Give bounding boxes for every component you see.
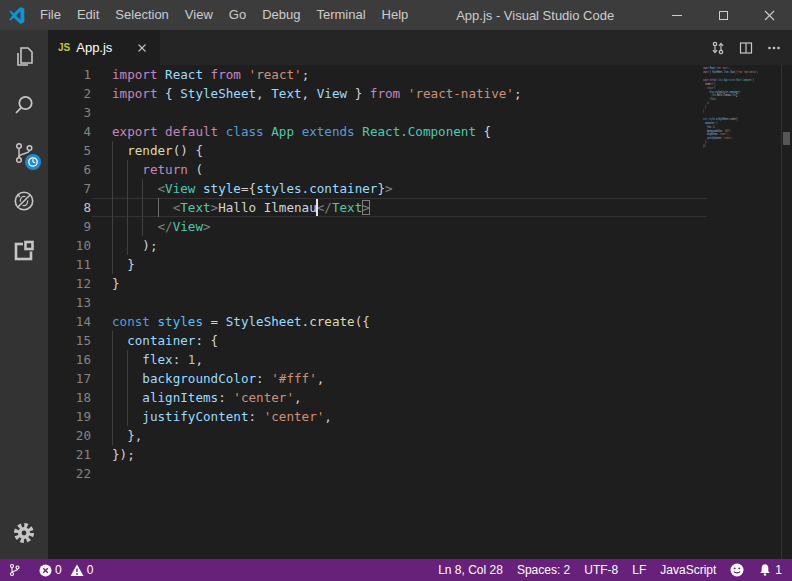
maximize-button[interactable] [700, 0, 746, 30]
code-line-15[interactable]: 15 container: { [48, 331, 792, 350]
line-number: 18 [48, 388, 91, 407]
tab-close-button[interactable] [138, 44, 146, 52]
window-title: App.js - Visual Studio Code [416, 8, 654, 23]
code-line-16[interactable]: 16 flex: 1, [48, 350, 792, 369]
line-number: 1 [48, 65, 91, 84]
line-number: 16 [48, 350, 91, 369]
menu-terminal[interactable]: Terminal [308, 0, 373, 30]
settings-button[interactable] [0, 509, 48, 557]
minimap[interactable]: import React from 'react';import { Style… [703, 66, 781, 152]
code-line-9[interactable]: 9 </View> [48, 217, 792, 236]
tab-close-icon [138, 44, 146, 52]
tab-label: App.js [76, 40, 112, 55]
menu-file[interactable]: File [32, 0, 69, 30]
split-editor-icon [738, 40, 754, 56]
line-number: 14 [48, 312, 91, 331]
line-number: 22 [48, 464, 91, 483]
activity-bar [0, 30, 48, 559]
more-actions-button[interactable] [764, 38, 784, 58]
code-line-21[interactable]: 21}); [48, 445, 792, 464]
status-bar: 0 0 Ln 8, Col 28Spaces: 2UTF-8LFJavaScri… [0, 559, 792, 581]
sidebar-item-debug[interactable] [0, 177, 48, 225]
line-number: 13 [48, 293, 91, 312]
code-line-12[interactable]: 12} [48, 274, 792, 293]
menu-selection[interactable]: Selection [107, 0, 176, 30]
sidebar-item-search[interactable] [0, 81, 48, 129]
code-line-13[interactable]: 13 [48, 293, 792, 312]
menu-go[interactable]: Go [221, 0, 254, 30]
feedback-button[interactable] [730, 563, 744, 577]
code-line-10[interactable]: 10 ); [48, 236, 792, 255]
close-icon [764, 10, 775, 21]
code-line-22[interactable]: 22 [48, 464, 792, 483]
line-number: 17 [48, 369, 91, 388]
explorer-icon [11, 44, 37, 70]
sidebar-item-extensions[interactable] [0, 225, 48, 273]
sync-badge-clock-icon [25, 154, 41, 170]
minimize-button[interactable] [654, 0, 700, 30]
code-line-18[interactable]: 18 alignItems: 'center', [48, 388, 792, 407]
smiley-icon [730, 563, 744, 577]
code-line-17[interactable]: 17 backgroundColor: '#fff', [48, 369, 792, 388]
bell-icon [758, 563, 772, 577]
code-line-4[interactable]: 4export default class App extends React.… [48, 122, 792, 141]
sidebar-item-source-control[interactable] [0, 129, 48, 177]
status-item-lf[interactable]: LF [632, 563, 646, 577]
extensions-icon [11, 236, 37, 262]
code-line-11[interactable]: 11 } [48, 255, 792, 274]
code-line-3[interactable]: 3 [48, 103, 792, 122]
line-number: 21 [48, 445, 91, 464]
notification-count: 1 [775, 563, 782, 577]
warning-count: 0 [87, 563, 94, 577]
code-line-20[interactable]: 20 }, [48, 426, 792, 445]
status-right: Ln 8, Col 28Spaces: 2UTF-8LFJavaScript 1 [438, 563, 792, 577]
more-actions-icon [766, 40, 782, 56]
scrollbar-thumb[interactable] [783, 132, 790, 145]
close-button[interactable] [746, 0, 792, 30]
status-item-utf-8[interactable]: UTF-8 [584, 563, 618, 577]
minimize-icon [672, 15, 682, 16]
code-lines: 1import React from 'react';2import { Sty… [48, 65, 792, 483]
menu-edit[interactable]: Edit [69, 0, 107, 30]
line-number: 6 [48, 160, 91, 179]
notifications-button[interactable]: 1 [758, 563, 782, 577]
code-line-6[interactable]: 6 return ( [48, 160, 792, 179]
error-icon [39, 564, 52, 577]
line-number: 9 [48, 217, 91, 236]
editor-actions [708, 38, 792, 58]
sidebar-item-explorer[interactable] [0, 33, 48, 81]
problems-button[interactable]: 0 0 [39, 563, 93, 577]
editor[interactable]: 1import React from 'react';2import { Sty… [48, 65, 792, 559]
status-item-spaces-2[interactable]: Spaces: 2 [517, 563, 570, 577]
menu-help[interactable]: Help [374, 0, 417, 30]
git-branch-button[interactable] [8, 563, 21, 577]
open-changes-button[interactable] [708, 38, 728, 58]
code-line-19[interactable]: 19 justifyContent: 'center', [48, 407, 792, 426]
line-number: 5 [48, 141, 91, 160]
maximize-icon [719, 11, 728, 20]
code-line-7[interactable]: 7 <View style={styles.container}> [48, 179, 792, 198]
menu-debug[interactable]: Debug [254, 0, 308, 30]
vscode-window: FileEditSelectionViewGoDebugTerminalHelp… [0, 0, 792, 581]
line-number: 3 [48, 103, 91, 122]
status-left: 0 0 [0, 563, 93, 577]
code-line-5[interactable]: 5 render() { [48, 141, 792, 160]
code-line-1[interactable]: 1import React from 'react'; [48, 65, 792, 84]
menu-view[interactable]: View [177, 0, 221, 30]
js-file-icon: JS [58, 42, 70, 53]
code-line-14[interactable]: 14const styles = StyleSheet.create({ [48, 312, 792, 331]
status-item-javascript[interactable]: JavaScript [660, 563, 716, 577]
line-number: 4 [48, 122, 91, 141]
line-number: 12 [48, 274, 91, 293]
gear-icon [11, 520, 37, 546]
error-count: 0 [55, 563, 62, 577]
line-number: 10 [48, 236, 91, 255]
code-line-2[interactable]: 2import { StyleSheet, Text, View } from … [48, 84, 792, 103]
code-line-8[interactable]: 8 <Text>Hallo Ilmenau</Text> [48, 198, 792, 217]
warning-icon [70, 564, 84, 577]
line-number: 20 [48, 426, 91, 445]
line-number: 8 [48, 198, 91, 217]
status-item-ln-8-col-28[interactable]: Ln 8, Col 28 [438, 563, 503, 577]
split-editor-button[interactable] [736, 38, 756, 58]
tab-appjs[interactable]: JS App.js [48, 30, 160, 65]
